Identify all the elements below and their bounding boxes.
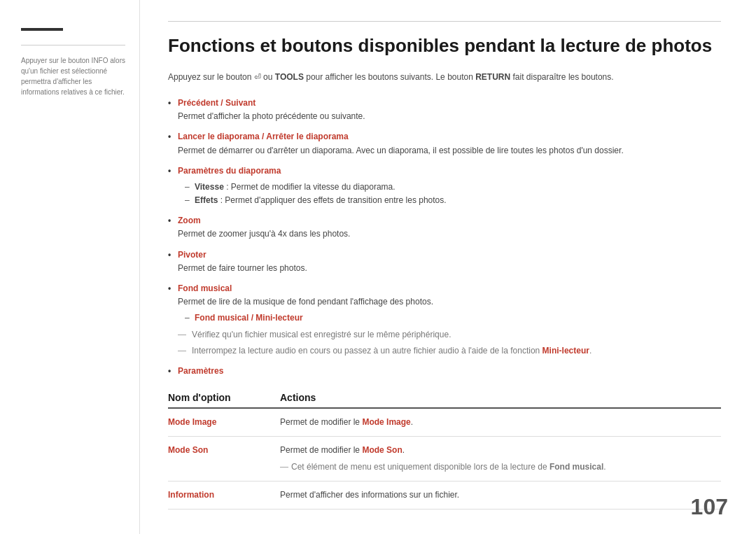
sub-list-diaporama: Vitesse : Permet de modifier la vitesse …	[185, 181, 721, 207]
dash-note-2: Interrompez la lecture audio en cours ou…	[178, 344, 721, 358]
table-row-mode-son: Mode Son Permet de modifier le Mode Son.…	[168, 437, 721, 481]
main-content: Fonctions et boutons disponibles pendant…	[140, 0, 756, 534]
list-item-params-diaporama: Paramètres du diaporama Vitesse : Permet…	[168, 164, 721, 208]
table-section: Nom d'option Actions Mode Image Permet d…	[168, 392, 721, 510]
sub-item-effets: Effets : Permet d'appliquer des effets d…	[185, 194, 721, 207]
sub-item-fond-mini: Fond musical / Mini-lecteur	[185, 311, 721, 325]
item-title-fond-musical: Fond musical	[178, 283, 232, 293]
table-cell-action-information: Permet d'afficher des informations sur u…	[280, 489, 721, 502]
item-desc-diaporama: Permet de démarrer ou d'arrêter un diapo…	[178, 146, 624, 155]
list-item-parametres: Paramètres	[168, 365, 721, 378]
table-cell-action-mode-image: Permet de modifier le Mode Image.	[280, 416, 721, 429]
item-desc-precedent: Permet d'afficher la photo précédente ou…	[178, 111, 365, 121]
item-title-zoom: Zoom	[178, 216, 201, 225]
bullet-list: Précédent / Suivant Permet d'afficher la…	[168, 97, 721, 378]
item-title-pivoter: Pivoter	[178, 250, 206, 260]
sidebar-divider	[21, 45, 125, 45]
page-number: 107	[691, 494, 728, 520]
sidebar: Appuyer sur le bouton INFO alors qu'un f…	[0, 0, 140, 534]
sub-list-fond-musical: Fond musical / Mini-lecteur	[185, 311, 721, 325]
table-header-option: Nom d'option	[168, 392, 280, 403]
mode-son-note: Cet élément de menu est uniquement dispo…	[280, 461, 721, 474]
top-divider	[168, 21, 721, 22]
sidebar-accent	[21, 28, 63, 31]
item-desc-zoom: Permet de zoomer jusqu'à 4x dans les pho…	[178, 229, 350, 239]
item-title-parametres: Paramètres	[178, 366, 223, 376]
intro-text: Appuyez sur le bouton ⏎ ou TOOLS pour af…	[168, 71, 721, 84]
table-cell-option-mode-image: Mode Image	[168, 416, 280, 427]
dash-note-1: Vérifiez qu'un fichier musical est enreg…	[178, 328, 721, 342]
item-title-precedent: Précédent / Suivant	[178, 98, 255, 108]
item-desc-pivoter: Permet de faire tourner les photos.	[178, 263, 307, 273]
table-cell-option-mode-son: Mode Son	[168, 444, 280, 455]
sub-item-vitesse: Vitesse : Permet de modifier la vitesse …	[185, 181, 721, 194]
item-desc-fond-musical: Permet de lire de la musique de fond pen…	[178, 297, 433, 307]
list-item-fond-musical: Fond musical Permet de lire de la musiqu…	[168, 282, 721, 358]
item-title-diaporama: Lancer le diaporama / Arrêter le diapora…	[178, 132, 349, 141]
table-row-mode-image: Mode Image Permet de modifier le Mode Im…	[168, 409, 721, 437]
list-item-diaporama: Lancer le diaporama / Arrêter le diapora…	[168, 130, 721, 157]
list-item-pivoter: Pivoter Permet de faire tourner les phot…	[168, 248, 721, 275]
sidebar-note: Appuyer sur le bouton INFO alors qu'un f…	[21, 55, 125, 97]
list-item-zoom: Zoom Permet de zoomer jusqu'à 4x dans le…	[168, 214, 721, 241]
table-cell-option-information: Information	[168, 489, 280, 500]
table-cell-action-mode-son: Permet de modifier le Mode Son. Cet élém…	[280, 444, 721, 473]
table-header-actions: Actions	[280, 392, 721, 403]
table-header-row: Nom d'option Actions	[168, 392, 721, 409]
list-item-precedent: Précédent / Suivant Permet d'afficher la…	[168, 97, 721, 123]
table-row-information: Information Permet d'afficher des inform…	[168, 482, 721, 510]
item-title-params-diaporama: Paramètres du diaporama	[178, 166, 281, 176]
page-title: Fonctions et boutons disponibles pendant…	[168, 34, 721, 58]
